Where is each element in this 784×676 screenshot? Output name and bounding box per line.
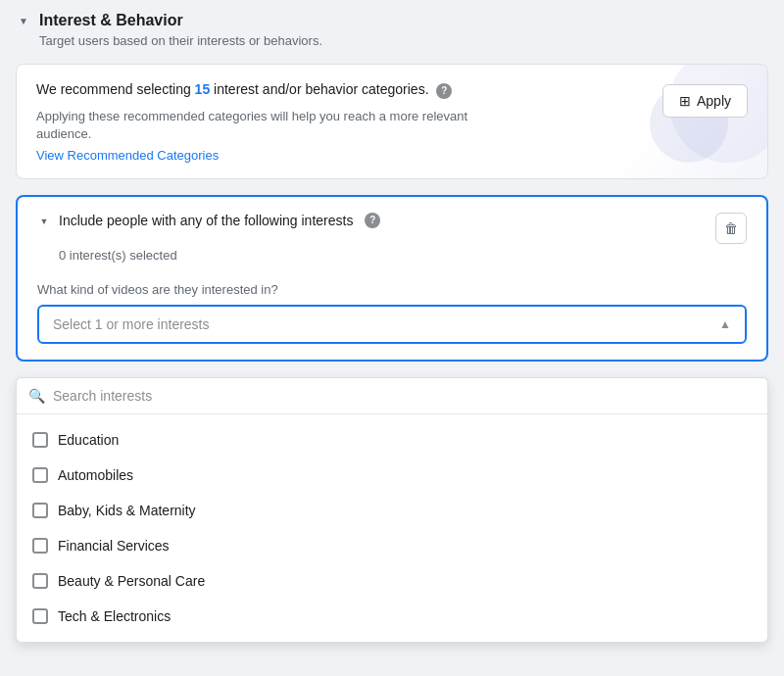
item-label-automobiles: Automobiles: [58, 467, 133, 483]
help-icon[interactable]: ?: [436, 83, 452, 99]
checkbox-financial-services[interactable]: [32, 538, 48, 554]
dropdown-item-baby-kids-maternity[interactable]: Baby, Kids & Maternity: [17, 493, 767, 528]
view-recommended-link[interactable]: View Recommended Categories: [36, 148, 219, 163]
include-card-header: ▼ Include people with any of the followi…: [37, 213, 747, 244]
checkbox-beauty-personal-care[interactable]: [32, 573, 48, 589]
rec-title-prefix: We recommend selecting: [36, 81, 195, 97]
rec-count: 15: [195, 81, 211, 97]
item-label-tech-electronics: Tech & Electronics: [58, 608, 171, 624]
include-collapse-arrow[interactable]: ▼: [37, 215, 51, 228]
dropdown-item-tech-electronics[interactable]: Tech & Electronics: [17, 599, 767, 634]
rec-title: We recommend selecting 15 interest and/o…: [36, 80, 507, 100]
interest-placeholder: Select 1 or more interests: [53, 316, 210, 332]
checkbox-baby-kids-maternity[interactable]: [32, 503, 48, 518]
item-label-education: Education: [58, 432, 119, 448]
trash-icon: 🗑: [724, 220, 738, 236]
apply-label: Apply: [697, 93, 731, 109]
search-box: 🔍: [17, 378, 767, 414]
rec-description: Applying these recommended categories wi…: [36, 108, 507, 143]
dropdown-item-financial-services[interactable]: Financial Services: [17, 528, 767, 563]
include-title: Include people with any of the following…: [59, 213, 353, 228]
checkbox-tech-electronics[interactable]: [32, 608, 48, 624]
dropdown-list: EducationAutomobilesBaby, Kids & Materni…: [17, 414, 767, 642]
rec-card-content: We recommend selecting 15 interest and/o…: [36, 80, 748, 163]
page-container: ▼ Interest & Behavior Target users based…: [0, 0, 784, 676]
dropdown-item-education[interactable]: Education: [17, 422, 767, 458]
dropdown-item-beauty-personal-care[interactable]: Beauty & Personal Care: [17, 563, 767, 599]
recommendation-card: We recommend selecting 15 interest and/o…: [16, 64, 768, 179]
include-card: ▼ Include people with any of the followi…: [16, 195, 768, 362]
section-header: ▼ Interest & Behavior: [16, 12, 768, 29]
item-label-financial-services: Financial Services: [58, 538, 170, 554]
rec-title-suffix: interest and/or behavior categories.: [210, 81, 428, 97]
search-icon: 🔍: [28, 388, 45, 404]
section-title: Interest & Behavior: [39, 12, 183, 29]
item-label-beauty-personal-care: Beauty & Personal Care: [58, 573, 205, 589]
item-label-baby-kids-maternity: Baby, Kids & Maternity: [58, 503, 196, 518]
dropdown-item-automobiles[interactable]: Automobiles: [17, 458, 767, 493]
rec-card-text: We recommend selecting 15 interest and/o…: [36, 80, 507, 163]
apply-icon: ⊞: [679, 93, 691, 109]
chevron-up-icon: ▲: [719, 317, 731, 331]
section-subtitle: Target users based on their interests or…: [39, 33, 768, 48]
include-card-left: ▼ Include people with any of the followi…: [37, 213, 380, 228]
include-help-icon[interactable]: ?: [365, 213, 380, 228]
interest-count: 0 interest(s) selected: [59, 248, 747, 263]
interest-select[interactable]: Select 1 or more interests ▲: [37, 305, 747, 344]
apply-button[interactable]: ⊞ Apply: [662, 84, 748, 118]
delete-button[interactable]: 🗑: [715, 213, 747, 244]
checkbox-automobiles[interactable]: [32, 467, 48, 483]
dropdown-container: 🔍 EducationAutomobilesBaby, Kids & Mater…: [16, 377, 768, 643]
search-input[interactable]: [53, 388, 756, 404]
interest-question: What kind of videos are they interested …: [37, 282, 747, 297]
collapse-arrow[interactable]: ▼: [16, 13, 31, 28]
checkbox-education[interactable]: [32, 432, 48, 448]
